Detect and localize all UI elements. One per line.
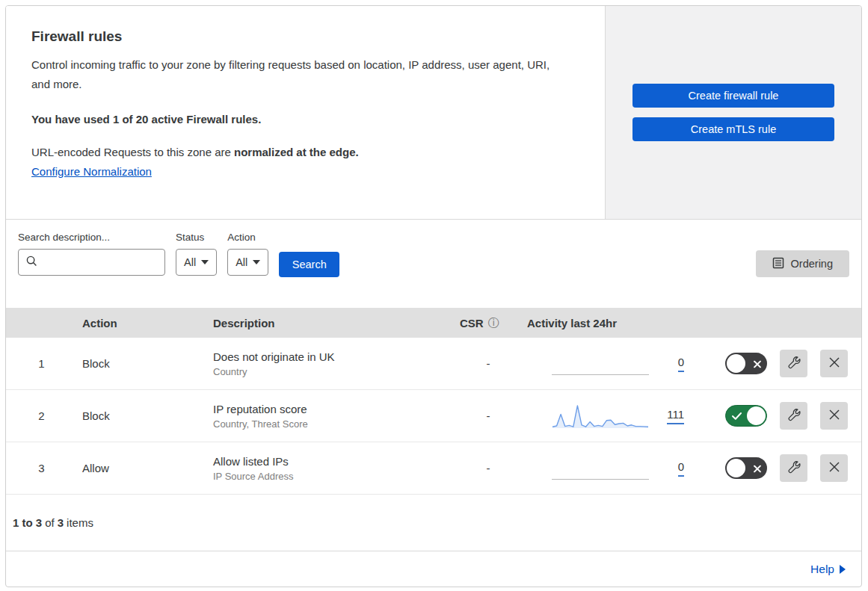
activity-sparkline <box>552 454 649 483</box>
wrench-icon <box>787 408 801 424</box>
edit-rule-button[interactable] <box>780 402 807 430</box>
column-csr-label: CSR <box>460 317 484 329</box>
column-description: Description <box>208 317 455 329</box>
table-row: 3 Allow Allow listed IPs IP Source Addre… <box>6 442 861 495</box>
activity-sparkline <box>552 402 649 430</box>
info-icon[interactable]: ⓘ <box>488 316 499 330</box>
help-link-label: Help <box>810 563 834 576</box>
help-strip: Help <box>6 551 861 587</box>
chevron-down-icon <box>253 260 260 264</box>
rule-csr-value: - <box>455 357 522 370</box>
rule-fields-text: Country <box>213 366 455 377</box>
rule-description: Allow listed IPs IP Source Address <box>208 455 455 482</box>
hero-text-panel: Firewall rules Control incoming traffic … <box>6 6 606 219</box>
rule-fields-text: IP Source Address <box>213 471 455 482</box>
normalization-note: URL-encoded Requests to this zone are no… <box>31 143 579 161</box>
table-row: 1 Block Does not originate in UK Country… <box>6 338 861 390</box>
close-icon <box>828 461 840 475</box>
usage-summary: You have used 1 of 20 active Firewall ru… <box>31 113 579 126</box>
rule-fields-text: Country, Threat Score <box>213 418 455 430</box>
total-text: 3 <box>58 516 64 529</box>
pagination-summary: 1 to 3 of 3 items <box>6 495 861 551</box>
status-select[interactable]: All <box>176 249 217 276</box>
page-description: Control incoming traffic to your zone by… <box>31 55 558 95</box>
status-select-value: All <box>184 256 196 268</box>
rule-priority: 2 <box>6 409 77 422</box>
rule-description: Does not originate in UK Country <box>208 350 455 377</box>
hero-section: Firewall rules Control incoming traffic … <box>6 6 861 220</box>
edit-rule-button[interactable] <box>780 454 807 482</box>
rule-controls <box>690 350 861 377</box>
search-group: Search description... <box>18 232 165 276</box>
activity-count-link[interactable]: 0 <box>678 460 684 477</box>
rule-priority: 1 <box>6 357 77 370</box>
close-icon <box>828 356 840 371</box>
action-group: Action All <box>227 232 268 276</box>
search-button[interactable]: Search <box>279 252 339 277</box>
check-icon <box>732 409 742 422</box>
ordering-button[interactable]: Ordering <box>756 250 849 277</box>
column-csr: CSR ⓘ <box>455 316 522 330</box>
of-text: of <box>45 516 55 529</box>
rule-controls <box>690 402 861 430</box>
column-activity: Activity last 24hr <box>522 317 690 329</box>
wrench-icon <box>787 460 801 476</box>
delete-rule-button[interactable] <box>820 350 848 377</box>
ordering-button-label: Ordering <box>791 258 833 270</box>
search-icon <box>26 256 37 270</box>
rule-description-text: Allow listed IPs <box>213 455 455 468</box>
column-action: Action <box>77 317 208 329</box>
status-label: Status <box>176 232 217 243</box>
status-group: Status All <box>176 232 217 276</box>
rule-activity-cell: 111 <box>522 402 690 430</box>
toggle-knob <box>727 459 745 477</box>
search-input[interactable] <box>43 256 164 268</box>
rule-activity-cell: 0 <box>522 350 690 378</box>
configure-normalization-link[interactable]: Configure Normalization <box>31 165 152 178</box>
rule-action: Block <box>77 357 208 370</box>
action-select-value: All <box>236 256 247 268</box>
rule-controls <box>690 454 861 482</box>
enable-toggle[interactable] <box>725 457 767 479</box>
chevron-down-icon <box>201 260 209 264</box>
search-field[interactable] <box>18 249 165 276</box>
enable-toggle[interactable] <box>725 405 767 427</box>
create-firewall-rule-button[interactable]: Create firewall rule <box>632 84 834 108</box>
edit-rule-button[interactable] <box>780 350 807 377</box>
help-link[interactable]: Help <box>810 563 846 576</box>
delete-rule-button[interactable] <box>820 402 848 430</box>
activity-count-link[interactable]: 0 <box>678 356 684 372</box>
arrow-right-icon <box>840 565 846 574</box>
rule-priority: 3 <box>6 462 77 474</box>
rule-activity-cell: 0 <box>522 454 690 483</box>
items-text: items <box>67 516 93 529</box>
ordering-list-icon <box>772 257 784 271</box>
filter-bar: Search description... Status All Action … <box>6 220 861 308</box>
rule-csr-value: - <box>455 409 522 422</box>
table-header: Action Description CSR ⓘ Activity last 2… <box>6 308 861 338</box>
activity-sparkline <box>552 350 649 378</box>
rule-description: IP reputation score Country, Threat Scor… <box>208 403 455 430</box>
rule-csr-value: - <box>455 462 522 474</box>
action-label: Action <box>227 232 268 243</box>
create-mtls-rule-button[interactable]: Create mTLS rule <box>632 117 834 141</box>
activity-count-link[interactable]: 111 <box>667 408 684 424</box>
cross-icon <box>754 357 761 370</box>
normalization-bold: normalized at the edge. <box>234 146 359 158</box>
close-icon <box>828 409 840 423</box>
action-select[interactable]: All <box>227 249 268 276</box>
range-text: 1 to 3 <box>13 516 42 529</box>
page-title: Firewall rules <box>31 28 579 45</box>
wrench-icon <box>787 356 801 371</box>
firewall-rules-card: Firewall rules Control incoming traffic … <box>5 5 862 587</box>
delete-rule-button[interactable] <box>820 454 848 482</box>
normalization-prefix: URL-encoded Requests to this zone are <box>31 146 234 158</box>
rule-action: Block <box>77 409 208 422</box>
rule-description-text: IP reputation score <box>213 403 455 415</box>
toggle-knob <box>727 354 745 373</box>
toggle-knob <box>747 406 766 425</box>
rule-action: Allow <box>77 462 208 474</box>
table-row: 2 Block IP reputation score Country, Thr… <box>6 390 861 442</box>
cross-icon <box>754 462 761 474</box>
enable-toggle[interactable] <box>725 353 767 374</box>
